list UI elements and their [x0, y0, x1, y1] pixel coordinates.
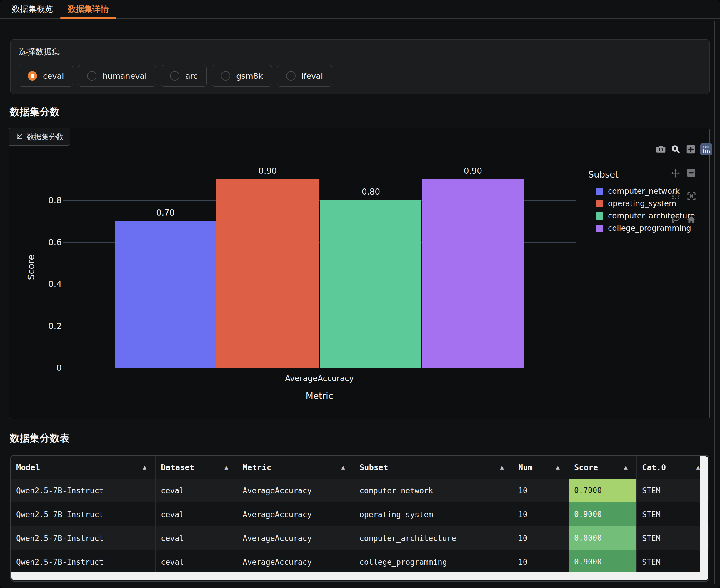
bar-value-label: 0.90	[440, 166, 505, 176]
dataset-option-label: humaneval	[102, 71, 147, 81]
dataset-option-label: gsm8k	[236, 71, 263, 81]
cell-model: Qwen2.5-7B-Instruct	[11, 526, 156, 550]
tab-dataset-overview[interactable]: 数据集概览	[4, 0, 60, 18]
chart-widget-label: 数据集分数	[27, 132, 64, 142]
cell-cat0: STEM	[637, 502, 709, 526]
table-row: Qwen2.5-7B-InstructcevalAverageAccuracyc…	[11, 526, 709, 550]
legend-swatch	[596, 200, 603, 207]
autoscale-icon[interactable]	[686, 191, 697, 201]
camera-icon[interactable]	[656, 144, 666, 155]
y-tick-label: 0	[27, 362, 62, 373]
dataset-option-ceval[interactable]: ceval	[19, 65, 73, 87]
column-label: Num	[518, 463, 533, 472]
cell-num: 10	[513, 479, 569, 502]
sort-header-metric[interactable]: Metric▲	[238, 456, 354, 479]
table-horizontal-scrollbar[interactable]	[12, 572, 708, 580]
sort-ascending-icon: ▲	[556, 464, 560, 471]
cell-metric: AverageAccuracy	[238, 502, 354, 526]
radio-icon	[286, 71, 295, 81]
cell-score: 0.7000	[569, 479, 637, 502]
plus-icon[interactable]	[685, 144, 696, 155]
cell-score: 0.8000	[569, 526, 637, 550]
cell-num: 10	[513, 502, 569, 526]
column-label: Subset	[359, 463, 388, 472]
dataset-option-humaneval[interactable]: humaneval	[78, 65, 156, 87]
dataset-option-ifeval[interactable]: ifeval	[277, 65, 332, 87]
cell-model: Qwen2.5-7B-Instruct	[11, 479, 156, 502]
sort-header-score[interactable]: Score▲	[569, 456, 637, 479]
radio-icon	[170, 71, 180, 81]
table-row: Qwen2.5-7B-InstructcevalAverageAccuracyc…	[11, 479, 709, 502]
dataset-option-label: ifeval	[302, 71, 323, 81]
home-icon[interactable]	[686, 215, 696, 225]
cell-metric: AverageAccuracy	[238, 526, 354, 550]
score-value: 0.7000	[569, 479, 636, 502]
table-row: Qwen2.5-7B-InstructcevalAverageAccuracyc…	[11, 550, 709, 574]
dataset-option-arc[interactable]: arc	[161, 65, 207, 87]
cell-num: 10	[513, 550, 569, 574]
score-value: 0.9000	[569, 550, 636, 574]
legend-swatch	[596, 225, 603, 232]
sort-ascending-icon: ▲	[143, 464, 146, 471]
column-label: Cat.0	[642, 463, 666, 472]
page-scrollbar[interactable]	[714, 21, 715, 585]
y-tick-label: 0.6	[27, 237, 62, 248]
cell-model: Qwen2.5-7B-Instruct	[11, 550, 156, 574]
cell-model: Qwen2.5-7B-Instruct	[11, 502, 156, 526]
cell-dataset: ceval	[156, 526, 238, 550]
dataset-option-gsm8k[interactable]: gsm8k	[212, 65, 272, 87]
sort-ascending-icon: ▲	[696, 464, 700, 471]
sort-header-subset[interactable]: Subset▲	[354, 456, 513, 479]
column-label: Score	[574, 463, 598, 472]
cell-subset: operating_system	[354, 502, 513, 526]
table-vertical-scrollbar[interactable]	[700, 456, 708, 580]
radio-icon	[87, 71, 97, 81]
lasso-icon[interactable]	[671, 215, 681, 225]
dataframe-icon[interactable]	[700, 144, 712, 155]
y-axis-title: Score	[26, 255, 36, 280]
legend-label: computer_architecture	[608, 211, 695, 220]
score-table: Model▲Dataset▲Metric▲Subset▲Num▲Score▲Ca…	[10, 455, 709, 582]
zoom-icon[interactable]	[670, 144, 681, 155]
cell-score: 0.9000	[569, 502, 637, 526]
dataset-selector-panel: 选择数据集 cevalhumanevalarcgsm8kifeval	[10, 39, 710, 94]
score-value: 0.8000	[569, 526, 636, 550]
column-label: Model	[16, 463, 40, 472]
tab-dataset-details[interactable]: 数据集详情	[60, 0, 116, 18]
cell-dataset: ceval	[156, 502, 238, 526]
bar-computer_architecture	[320, 200, 421, 368]
dataset-option-label: arc	[185, 71, 198, 81]
chart-panel: 数据集分数 00.20.40.60.80.700.900.800.90Avera…	[9, 128, 710, 419]
column-label: Metric	[243, 463, 271, 472]
cell-cat0: STEM	[637, 550, 709, 574]
app-window: 数据集概览数据集详情 选择数据集 cevalhumanevalarcgsm8ki…	[0, 0, 720, 588]
bar-operating_system	[217, 179, 319, 368]
scatter-chart-icon	[16, 132, 23, 141]
bar-computer_network	[115, 221, 216, 368]
bar-value-label: 0.80	[338, 187, 403, 197]
box-select-icon[interactable]	[671, 191, 681, 201]
table-row: Qwen2.5-7B-InstructcevalAverageAccuracyo…	[11, 502, 709, 526]
cell-cat0: STEM	[637, 479, 709, 502]
column-label: Dataset	[161, 463, 194, 472]
table-header-row: Model▲Dataset▲Metric▲Subset▲Num▲Score▲Ca…	[11, 456, 709, 479]
cell-subset: computer_architecture	[354, 526, 513, 550]
cell-metric: AverageAccuracy	[238, 479, 354, 502]
y-tick-label: 0.4	[27, 279, 62, 289]
sort-header-num[interactable]: Num▲	[513, 456, 569, 479]
cell-cat0: STEM	[637, 526, 709, 550]
legend-label: computer_network	[608, 187, 680, 195]
sort-header-cat0[interactable]: Cat.0▲	[637, 456, 709, 479]
sort-ascending-icon: ▲	[341, 464, 345, 471]
dataset-options: cevalhumanevalarcgsm8kifeval	[19, 65, 332, 87]
sort-header-model[interactable]: Model▲	[11, 456, 156, 479]
radio-icon	[28, 71, 37, 81]
zoom-out-icon[interactable]	[686, 168, 696, 178]
chart-widget-tab: 数据集分数	[9, 128, 70, 146]
sort-header-dataset[interactable]: Dataset▲	[156, 456, 238, 479]
sort-ascending-icon: ▲	[224, 464, 228, 471]
dataset-option-label: ceval	[43, 71, 64, 81]
y-tick-label: 0.8	[27, 195, 62, 206]
pan-icon[interactable]	[671, 168, 681, 178]
bar-value-label: 0.90	[235, 166, 300, 176]
